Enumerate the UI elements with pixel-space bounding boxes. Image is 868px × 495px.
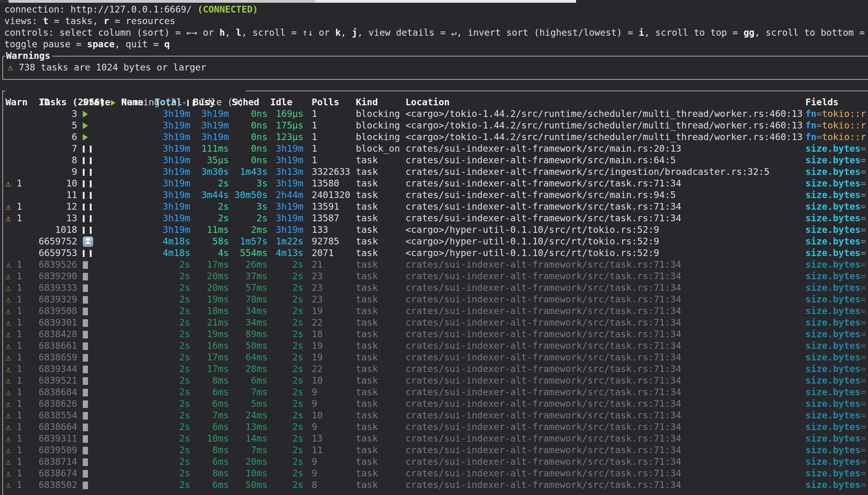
task-row[interactable]: 73h19m111ms0ns3h19m1block_oncrates/sui-i… [0,143,868,154]
cell-state [83,398,99,410]
cell-id: 6659753 [28,247,77,259]
task-row[interactable]: ⚠ 168386742s8ms10ms2s9taskcrates/sui-ind… [0,467,868,479]
task-row[interactable]: 83h19m35µs0ns3h19m1taskcrates/sui-indexe… [0,154,868,166]
task-row[interactable]: ⚠ 168386592s17ms64ms2s19taskcrates/sui-i… [0,352,868,363]
cell-idle: 3h19m [265,212,303,224]
column-header-busy[interactable]: Busy [193,97,215,108]
cell-total: 2s [152,294,190,305]
column-header-id[interactable]: ID [38,97,49,108]
cell-sched: 28ms [229,363,268,375]
cell-busy: 8ms [190,444,229,456]
cell-idle: 3h19m [265,143,303,154]
task-row[interactable]: ⚠ 168387142s6ms20ms2s9taskcrates/sui-ind… [0,456,868,467]
cell-sched: 554ms [229,247,268,259]
cell-polls: 13587 [312,212,355,224]
column-header-idle[interactable]: Idle [270,97,292,108]
task-row[interactable]: ⚠ 168386642s6ms13ms2s9taskcrates/sui-ind… [0,421,868,433]
cell-id: 6838664 [28,421,77,433]
task-row[interactable]: ⚠ 168392902s20ms37ms2s23taskcrates/sui-i… [0,270,868,282]
cell-id: 6839301 [28,317,77,328]
task-row[interactable]: 10183h19m11ms2ms3h19m133task<cargo>/hype… [0,224,868,236]
cell-location: crates/sui-indexer-alt-framework/src/tas… [405,467,805,479]
cell-location: crates/sui-indexer-alt-framework/src/tas… [405,305,805,317]
cell-fields: size.bytes= [805,340,866,352]
task-row[interactable]: ⚠ 168386842s6ms7ms2s9taskcrates/sui-inde… [0,386,868,398]
cell-busy: 18ms [190,305,229,317]
cell-id: 6838428 [28,328,77,340]
cell-kind: task [356,317,405,328]
tokio-console-screen: connection: http://127.0.0.1:6669/ (CONN… [0,0,868,495]
cell-total: 2s [152,305,190,317]
cell-idle: 2s [265,363,303,375]
task-row[interactable]: ⚠ 168395262s17ms26ms2s21taskcrates/sui-i… [0,259,868,270]
cell-state [83,201,99,212]
cell-fields: fn=tokio::r [805,120,866,131]
cell-polls: 9 [312,386,355,398]
state-idle-icon [83,192,91,199]
cell-idle: 2s [265,398,303,410]
task-row[interactable]: ⚠ 1133h19m2s2s3h19m13587taskcrates/sui-i… [0,212,868,224]
cell-polls: 92785 [312,236,355,247]
column-header-polls[interactable]: Polls [312,97,339,108]
cell-fields: size.bytes= [805,433,866,444]
cell-location: crates/sui-indexer-alt-framework/src/tas… [405,270,805,282]
task-row[interactable]: ⚠ 168393442s17ms28ms2s22taskcrates/sui-i… [0,363,868,375]
cell-polls: 19 [312,340,355,352]
cell-location: <cargo>/hyper-util-0.1.10/src/rt/tokio.r… [405,236,805,247]
column-header-state[interactable]: State [83,97,110,108]
warning-triangle-icon: ⚠ [5,317,11,328]
column-header-location[interactable]: Location [405,97,450,108]
warning-triangle-icon: ⚠ [7,62,19,73]
column-header-warn[interactable]: Warn [5,97,28,108]
warning-triangle-icon: ⚠ [5,445,11,455]
cell-sched: 64ms [229,352,268,363]
cell-total: 2s [152,328,190,340]
task-row[interactable]: ⚠ 168386262s6ms5ms2s9taskcrates/sui-inde… [0,398,868,410]
task-row[interactable]: ⚠ 168385022s6ms50ms2s8taskcrates/sui-ind… [0,479,868,491]
task-row[interactable]: ⚠ 1103h19m2s3s3h19m13580taskcrates/sui-i… [0,177,868,189]
cell-location: crates/sui-indexer-alt-framework/src/tas… [405,410,805,421]
task-row[interactable]: ⚠ 168393332s20ms57ms2s23taskcrates/sui-i… [0,282,868,294]
task-row[interactable]: 113h19m3m44s30m50s2h44m2401320taskcrates… [0,189,868,201]
column-header-fields[interactable]: Fields [805,97,838,108]
column-header-total[interactable]: Total▿ [154,97,187,108]
warning-triangle-icon: ⚠ [5,271,11,281]
views-line: views: t = tasks, r = resources [4,15,868,27]
cell-polls: 1 [312,131,355,143]
cell-polls: 1 [312,120,355,131]
task-row[interactable]: 63h19m3h19m0ns123µs1blocking<cargo>/toki… [0,131,868,143]
task-row[interactable]: ⚠ 168384282s19ms89ms2s18taskcrates/sui-i… [0,328,868,340]
cell-sched: 34ms [229,317,268,328]
cell-polls: 13591 [312,201,355,212]
task-row[interactable]: 66597524m18s58s1m57s1m22s92785task<cargo… [0,236,868,247]
task-row[interactable]: ⚠ 168395212s8ms6ms2s10taskcrates/sui-ind… [0,375,868,386]
cell-fields: size.bytes= [805,224,866,236]
task-row[interactable]: ⚠ 168393012s21ms34ms2s22taskcrates/sui-i… [0,317,868,328]
cell-location: crates/sui-indexer-alt-framework/src/ing… [405,166,805,177]
column-header-kind[interactable]: Kind [356,97,378,108]
state-completed-icon [83,412,88,420]
task-row[interactable]: ⚠ 168393292s19ms78ms2s23taskcrates/sui-i… [0,294,868,305]
task-row[interactable]: ⚠ 168393112s10ms14ms2s13taskcrates/sui-i… [0,433,868,444]
task-row[interactable]: 53h19m3h19m0ns175µs1blocking<cargo>/toki… [0,120,868,131]
task-row[interactable]: ⚠ 168385542s7ms24ms2s10taskcrates/sui-in… [0,410,868,421]
task-row[interactable]: ⚠ 1123h19m2s3s3h19m13591taskcrates/sui-i… [0,201,868,212]
cell-kind: task [356,479,405,491]
task-row[interactable]: 33h19m3h19m0ns169µs1blocking<cargo>/toki… [0,108,868,120]
cell-sched: 0ns [229,143,268,154]
cell-polls: 23 [312,294,355,305]
task-row[interactable]: 93h19m3m30s1m43s3h13m3322633taskcrates/s… [0,166,868,177]
state-running-icon [83,134,88,141]
cell-id: 13 [28,212,77,224]
task-row[interactable]: ⚠ 168395082s18ms34ms2s19taskcrates/sui-i… [0,305,868,317]
column-header-name[interactable]: Name [121,97,143,108]
cell-location: <cargo>/hyper-util-0.1.10/src/rt/tokio.r… [405,247,805,259]
state-completed-icon [83,273,88,280]
cell-polls: 13 [312,433,355,444]
task-row[interactable]: ⚠ 168386612s16ms50ms2s19taskcrates/sui-i… [0,340,868,352]
toggle-line: toggle pause = space, quit = q [4,38,868,50]
warnings-panel-title: Warnings [5,50,52,62]
task-row[interactable]: 66597534m18s4s554ms4m13s2071task<cargo>/… [0,247,868,259]
column-header-sched[interactable]: Sched [232,97,259,108]
task-row[interactable]: ⚠ 168395092s8ms7ms2s11taskcrates/sui-ind… [0,444,868,456]
